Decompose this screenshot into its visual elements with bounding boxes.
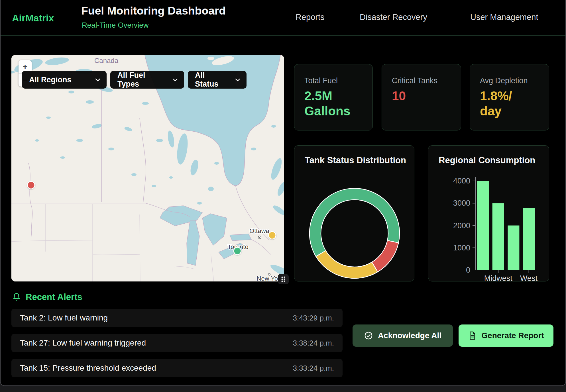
alert-row[interactable]: Tank 27: Low fuel warning triggered 3:38… — [11, 334, 343, 352]
fuel-type-filter-dropdown[interactable]: All Fuel Types — [110, 71, 184, 89]
panel-title: Regional Consumption — [439, 155, 535, 166]
nav-disaster-recovery[interactable]: Disaster Recovery — [360, 13, 427, 22]
alert-time: 3:43:29 p.m. — [293, 314, 334, 322]
tank-status-panel: Tank Status Distribution — [294, 145, 414, 281]
stat-card-avg-depletion: Avg Depletion 1.8%/ day — [470, 64, 549, 130]
alert-message: Tank 15: Pressure threshold exceeded — [20, 364, 156, 373]
stat-label: Critical Tanks — [392, 76, 451, 85]
fuel-map[interactable]: Canada Ottawa Toronto New York + − All R… — [11, 55, 284, 281]
stat-card-total-fuel: Total Fuel 2.5M Gallons — [294, 64, 373, 130]
x-axis-label: Midwest — [484, 274, 513, 282]
alert-message: Tank 2: Low fuel warning — [20, 313, 108, 322]
alerts-title: Recent Alerts — [26, 292, 82, 302]
app-header: AirMatrix Fuel Monitoring Dashboard Real… — [1, 0, 565, 36]
alert-row[interactable]: Tank 15: Pressure threshold exceeded 3:3… — [11, 359, 343, 377]
status-filter-dropdown[interactable]: All Status — [188, 71, 247, 89]
nav-user-management[interactable]: User Management — [470, 13, 538, 22]
y-tick-label: 4000 — [453, 177, 470, 185]
tank-marker-critical[interactable] — [27, 181, 35, 189]
y-tick-label: 0 — [466, 266, 470, 274]
map-canvas: Canada Ottawa Toronto New York — [11, 55, 284, 281]
map-label-ottawa: Ottawa — [249, 227, 269, 234]
y-tick-label: 2000 — [453, 221, 470, 230]
y-tick-label: 1000 — [453, 244, 470, 252]
bell-icon — [12, 292, 21, 302]
y-tick-label: 3000 — [453, 199, 470, 207]
panel-title: Tank Status Distribution — [305, 155, 406, 166]
brand-logo[interactable]: AirMatrix — [12, 13, 54, 24]
stat-value: 1.8%/ day — [480, 89, 539, 119]
nav-reports[interactable]: Reports — [296, 13, 325, 22]
donut-segment-warning[interactable] — [316, 251, 378, 278]
map-resize-handle[interactable] — [278, 274, 289, 284]
alert-time: 3:38:24 p.m. — [293, 339, 334, 348]
grip-dots-icon — [280, 276, 286, 283]
page-subtitle: Real-Time Overview — [82, 21, 149, 30]
stat-label: Total Fuel — [304, 76, 363, 85]
consumption-bar-1[interactable] — [492, 203, 504, 270]
regional-consumption-panel: Regional Consumption 01000200030004000Mi… — [428, 145, 549, 281]
generate-report-button[interactable]: Generate Report — [459, 324, 553, 347]
check-circle-icon — [364, 331, 373, 340]
alerts-header: Recent Alerts — [12, 292, 82, 302]
donut-segment-critical[interactable] — [372, 240, 399, 272]
chevron-down-icon — [95, 78, 100, 81]
consumption-bar-2[interactable] — [508, 226, 519, 270]
chevron-down-icon — [235, 78, 240, 81]
chevron-down-icon — [173, 78, 178, 81]
consumption-bar-0[interactable] — [477, 181, 489, 270]
stat-value: 2.5M Gallons — [304, 89, 363, 119]
stat-card-critical-tanks: Critical Tanks 10 — [382, 64, 461, 130]
region-filter-dropdown[interactable]: All Regions — [22, 71, 107, 89]
tank-marker-normal[interactable] — [233, 247, 242, 255]
alert-time: 3:33:24 p.m. — [293, 364, 334, 373]
page-title: Fuel Monitoring Dashboard — [81, 5, 226, 17]
map-filters: All Regions All Fuel Types All Status — [22, 71, 247, 89]
consumption-bar-3[interactable] — [523, 208, 535, 270]
tank-marker-warning[interactable] — [268, 231, 276, 239]
stat-value: 10 — [392, 89, 451, 104]
dashboard-root: AirMatrix Fuel Monitoring Dashboard Real… — [0, 0, 566, 386]
regional-consumption-bar-chart[interactable]: 01000200030004000MidwestWest — [428, 146, 549, 282]
acknowledge-all-button[interactable]: Acknowledge All — [353, 324, 453, 347]
stat-label: Avg Depletion — [480, 76, 539, 85]
map-label-canada: Canada — [94, 57, 119, 64]
tank-status-donut-chart[interactable] — [294, 146, 415, 282]
x-axis-label: West — [520, 274, 538, 282]
document-icon — [468, 331, 477, 340]
alert-message: Tank 27: Low fuel warning triggered — [20, 338, 146, 348]
alert-row[interactable]: Tank 2: Low fuel warning 3:43:29 p.m. — [11, 309, 343, 327]
